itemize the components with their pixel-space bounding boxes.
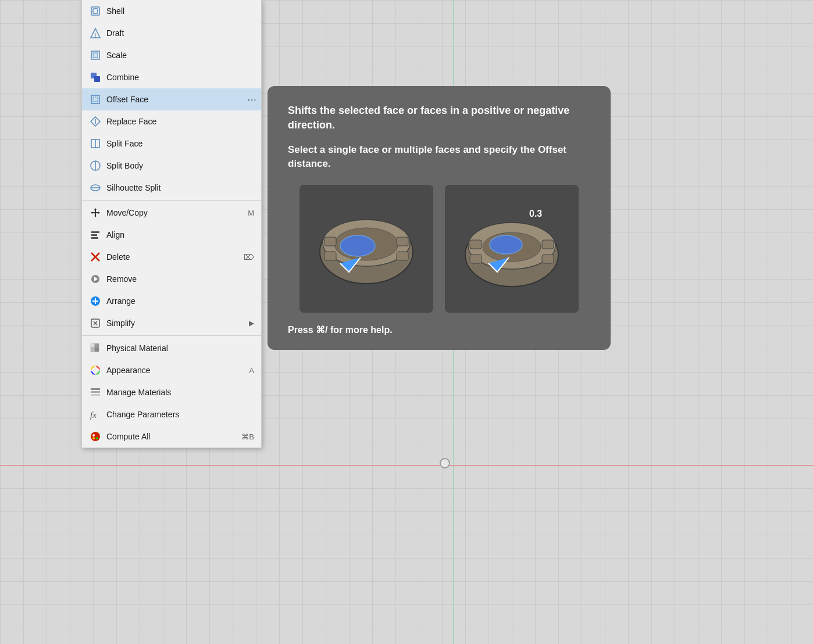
svg-rect-18	[91, 231, 99, 233]
svg-rect-34	[91, 388, 100, 390]
menu-item-draft[interactable]: Draft	[82, 22, 261, 44]
menu-item-align[interactable]: Align	[82, 224, 261, 246]
menu-item-simplify[interactable]: Simplify ▶	[82, 312, 261, 334]
manage-materials-label: Manage Materials	[106, 388, 254, 397]
svg-rect-9	[93, 97, 98, 102]
menu-item-compute-all[interactable]: Compute All ⌘B	[82, 425, 261, 448]
draft-icon	[89, 27, 102, 40]
replace-face-label: Replace Face	[106, 117, 254, 126]
change-parameters-label: Change Parameters	[106, 410, 254, 419]
menu-item-shell[interactable]: Shell	[82, 0, 261, 22]
svg-rect-31	[91, 348, 95, 352]
simplify-icon	[89, 317, 102, 330]
svg-rect-48	[325, 252, 336, 260]
svg-point-38	[91, 432, 100, 441]
tooltip-description: Select a single face or multiple faces a…	[288, 143, 590, 171]
combine-icon	[89, 71, 102, 84]
origin-indicator	[440, 458, 450, 468]
offset-face-label: Offset Face	[106, 95, 254, 104]
menu-item-delete[interactable]: Delete ⌦	[82, 246, 261, 268]
manage-materials-icon	[89, 386, 102, 399]
align-icon	[89, 228, 102, 241]
appearance-icon	[89, 364, 102, 377]
svg-rect-8	[91, 95, 99, 103]
svg-rect-47	[397, 237, 408, 246]
svg-rect-32	[95, 348, 99, 352]
split-body-icon	[89, 159, 102, 172]
scale-label: Scale	[106, 51, 254, 60]
remove-label: Remove	[106, 274, 254, 284]
arrange-label: Arrange	[106, 296, 254, 306]
split-face-label: Split Face	[106, 139, 254, 148]
split-face-icon	[89, 137, 102, 150]
menu-item-replace-face[interactable]: Replace Face	[82, 110, 261, 133]
delete-shortcut: ⌦	[244, 253, 254, 262]
physical-material-icon	[89, 342, 102, 355]
svg-point-60	[490, 235, 522, 254]
split-body-label: Split Body	[106, 161, 254, 170]
menu-item-split-body[interactable]: Split Body	[82, 155, 261, 177]
compute-all-icon	[89, 430, 102, 443]
menu-item-change-parameters[interactable]: fx Change Parameters	[82, 403, 261, 425]
svg-rect-7	[94, 76, 100, 82]
divider-2	[82, 335, 261, 336]
replace-face-icon	[89, 115, 102, 128]
appearance-label: Appearance	[106, 366, 244, 375]
remove-icon	[89, 273, 102, 285]
tooltip-image-before	[299, 185, 433, 313]
simplify-label: Simplify	[106, 319, 247, 328]
compute-all-shortcut: ⌘B	[241, 432, 254, 441]
shell-icon	[89, 5, 102, 17]
simplify-arrow: ▶	[249, 319, 254, 327]
svg-text:fx: fx	[90, 410, 97, 420]
svg-rect-58	[470, 255, 482, 263]
align-label: Align	[106, 230, 254, 239]
menu-item-combine[interactable]: Combine	[82, 66, 261, 88]
menu-item-appearance[interactable]: Appearance A	[82, 359, 261, 381]
svg-point-41	[92, 437, 95, 439]
svg-rect-0	[91, 7, 99, 15]
arrange-icon	[89, 295, 102, 307]
svg-rect-20	[91, 237, 98, 239]
svg-rect-1	[93, 9, 98, 13]
menu-item-remove[interactable]: Remove	[82, 268, 261, 290]
draft-label: Draft	[106, 28, 254, 38]
menu-item-arrange[interactable]: Arrange	[82, 290, 261, 312]
move-copy-icon	[89, 206, 102, 219]
svg-rect-49	[397, 252, 408, 260]
menu-item-scale[interactable]: Scale	[82, 44, 261, 66]
svg-point-39	[92, 434, 95, 437]
more-options-button[interactable]: ⋯	[247, 94, 256, 105]
menu-item-split-face[interactable]: Split Face	[82, 133, 261, 155]
svg-rect-35	[91, 391, 100, 393]
menu-item-move-copy[interactable]: Move/Copy M	[82, 202, 261, 224]
tooltip-panel: Shifts the selected face or faces in a p…	[268, 86, 611, 350]
menu-item-manage-materials[interactable]: Manage Materials	[82, 381, 261, 403]
delete-label: Delete	[106, 252, 239, 262]
svg-rect-5	[93, 53, 98, 58]
svg-rect-36	[91, 394, 100, 396]
svg-rect-29	[91, 344, 95, 348]
menu-item-physical-material[interactable]: Physical Material	[82, 337, 261, 359]
offset-face-icon	[89, 93, 102, 106]
tooltip-images: 0.3	[288, 185, 590, 313]
svg-text:0.3: 0.3	[529, 209, 542, 219]
svg-rect-57	[542, 240, 554, 249]
shell-label: Shell	[106, 6, 254, 16]
move-copy-shortcut: M	[248, 209, 254, 217]
tooltip-footer: Press ⌘/ for more help.	[288, 324, 590, 335]
context-menu: Shell Draft Scale Combine Offset Face ⋯ …	[81, 0, 262, 448]
menu-item-silhouette-split[interactable]: Silhouette Split	[82, 177, 261, 199]
tooltip-title: Shifts the selected face or faces in a p…	[288, 103, 590, 133]
svg-rect-30	[95, 344, 99, 348]
menu-item-offset-face[interactable]: Offset Face ⋯	[82, 88, 261, 110]
svg-rect-19	[91, 234, 97, 236]
silhouette-split-label: Silhouette Split	[106, 183, 254, 192]
move-copy-label: Move/Copy	[106, 208, 243, 217]
svg-rect-59	[542, 255, 554, 263]
appearance-shortcut: A	[249, 366, 254, 375]
svg-point-40	[96, 437, 98, 439]
compute-all-label: Compute All	[106, 432, 237, 441]
delete-icon	[89, 251, 102, 263]
tooltip-image-after: 0.3	[445, 185, 579, 313]
